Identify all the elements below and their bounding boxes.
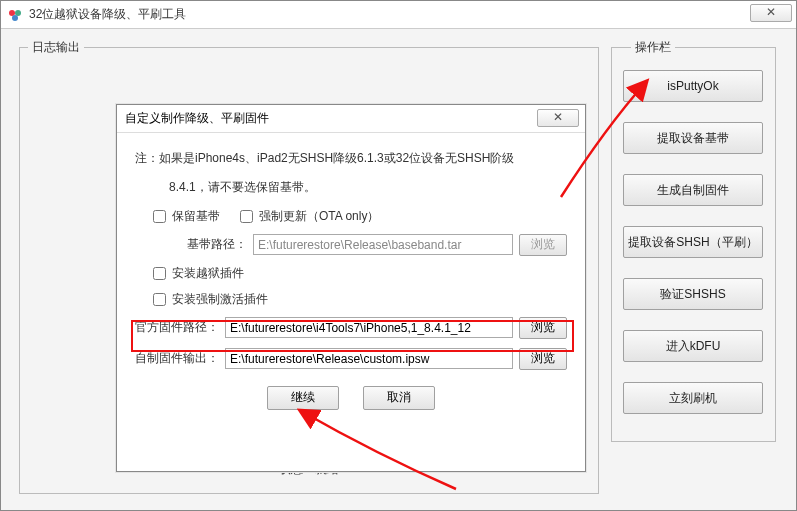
install-jailbreak-checkbox[interactable]	[153, 267, 166, 280]
window-close-button[interactable]: ✕	[750, 4, 792, 22]
extract-baseband-button[interactable]: 提取设备基带	[623, 122, 763, 154]
install-jailbreak-label: 安装越狱插件	[172, 265, 244, 282]
make-custom-firmware-button[interactable]: 生成自制固件	[623, 174, 763, 206]
force-update-checkbox[interactable]	[240, 210, 253, 223]
custom-output-row: 自制固件输出： 浏览	[135, 348, 567, 370]
cancel-button[interactable]: 取消	[363, 386, 435, 410]
close-icon: ✕	[766, 5, 776, 19]
custom-output-label: 自制固件输出：	[135, 350, 219, 367]
dialog-close-button[interactable]: ✕	[537, 109, 579, 127]
baseband-options-row: 保留基带 强制更新（OTA only）	[135, 208, 567, 225]
note-text-1: 如果是iPhone4s、iPad2无SHSH降级6.1.3或32位设备无SHSH…	[159, 151, 514, 165]
install-activation-checkbox[interactable]	[153, 293, 166, 306]
continue-button[interactable]: 继续	[267, 386, 339, 410]
app-icon	[7, 7, 23, 23]
custom-output-browse-button[interactable]: 浏览	[519, 348, 567, 370]
note-line-1: 注：如果是iPhone4s、iPad2无SHSH降级6.1.3或32位设备无SH…	[135, 147, 567, 170]
verify-shsh-button[interactable]: 验证SHSHS	[623, 278, 763, 310]
keep-baseband-label: 保留基带	[172, 208, 220, 225]
dialog-button-row: 继续 取消	[135, 386, 567, 410]
note-prefix: 注：	[135, 151, 159, 165]
main-window: 32位越狱设备降级、平刷工具 ✕ 日志输出 状态：就绪 操作栏 isPuttyO…	[0, 0, 797, 511]
titlebar: 32位越狱设备降级、平刷工具 ✕	[1, 1, 796, 29]
install-activation-label: 安装强制激活插件	[172, 291, 268, 308]
keep-baseband-checkbox[interactable]	[153, 210, 166, 223]
enter-kdfu-button[interactable]: 进入kDFU	[623, 330, 763, 362]
note-line-2: 8.4.1，请不要选保留基带。	[135, 176, 567, 199]
custom-output-input[interactable]	[225, 348, 513, 369]
custom-firmware-dialog: 自定义制作降级、平刷固件 ✕ 注：如果是iPhone4s、iPad2无SHSH降…	[116, 104, 586, 472]
baseband-path-row: 基带路径： 浏览	[135, 234, 567, 256]
baseband-path-label: 基带路径：	[187, 236, 247, 253]
svg-point-0	[9, 10, 15, 16]
activation-row: 安装强制激活插件	[135, 291, 567, 308]
official-fw-label: 官方固件路径：	[135, 319, 219, 336]
extract-shsh-button[interactable]: 提取设备SHSH（平刷）	[623, 226, 763, 258]
official-fw-input[interactable]	[225, 317, 513, 338]
baseband-browse-button: 浏览	[519, 234, 567, 256]
official-fw-browse-button[interactable]: 浏览	[519, 317, 567, 339]
jailbreak-row: 安装越狱插件	[135, 265, 567, 282]
dialog-body: 注：如果是iPhone4s、iPad2无SHSH降级6.1.3或32位设备无SH…	[117, 133, 585, 420]
operations-group: 操作栏 isPuttyOk 提取设备基带 生成自制固件 提取设备SHSH（平刷）…	[611, 39, 776, 442]
flash-now-button[interactable]: 立刻刷机	[623, 382, 763, 414]
dialog-titlebar: 自定义制作降级、平刷固件 ✕	[117, 105, 585, 133]
dialog-title: 自定义制作降级、平刷固件	[125, 110, 269, 127]
operations-legend: 操作栏	[631, 39, 675, 56]
log-output-legend: 日志输出	[28, 39, 84, 56]
window-title: 32位越狱设备降级、平刷工具	[29, 6, 186, 23]
svg-point-1	[15, 10, 21, 16]
content-area: 日志输出 状态：就绪 操作栏 isPuttyOk 提取设备基带 生成自制固件 提…	[1, 29, 796, 510]
svg-point-2	[12, 15, 18, 21]
close-icon: ✕	[553, 110, 563, 124]
is-putty-ok-button[interactable]: isPuttyOk	[623, 70, 763, 102]
official-fw-row: 官方固件路径： 浏览	[135, 317, 567, 339]
force-update-label: 强制更新（OTA only）	[259, 208, 379, 225]
baseband-path-input	[253, 234, 513, 255]
